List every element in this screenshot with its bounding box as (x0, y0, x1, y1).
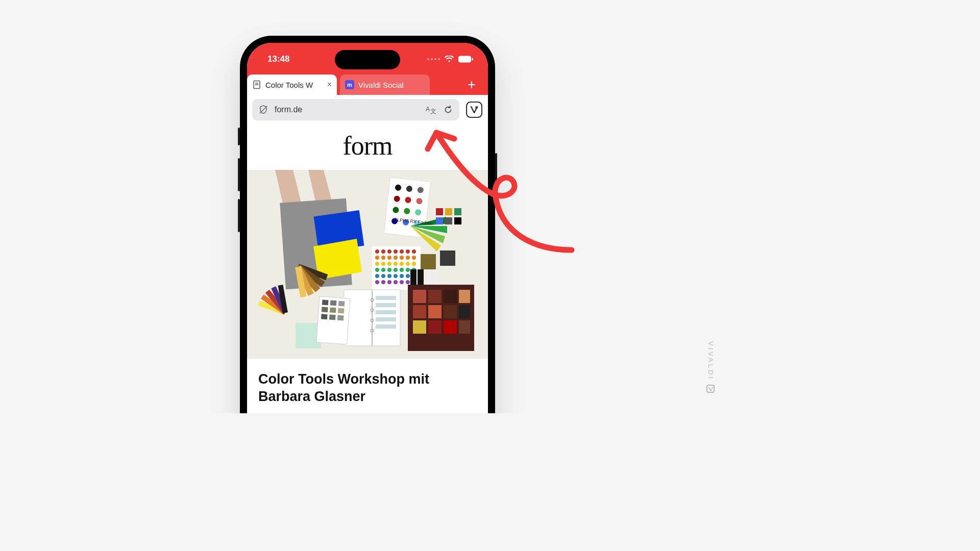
site-logo: form (247, 124, 488, 170)
svg-point-9 (475, 107, 478, 109)
svg-point-27 (375, 256, 379, 260)
svg-rect-84 (454, 217, 461, 224)
svg-point-46 (406, 268, 410, 272)
svg-rect-122 (428, 320, 442, 334)
svg-point-35 (381, 262, 385, 266)
tab-active-label: Color Tools W (265, 81, 323, 89)
toolbar: form.de A文 (247, 95, 488, 124)
tab-inactive[interactable]: m Vivaldi Social (340, 74, 430, 95)
svg-point-38 (400, 262, 404, 266)
svg-point-55 (375, 280, 379, 284)
status-icons (427, 56, 474, 63)
svg-point-31 (400, 256, 404, 260)
svg-rect-82 (436, 217, 443, 224)
phone-volume-up (238, 158, 240, 191)
url-text: form.de (275, 105, 420, 114)
svg-rect-91 (376, 296, 396, 300)
wifi-icon (444, 56, 454, 63)
vivaldi-logo-icon (706, 385, 715, 393)
svg-point-23 (394, 249, 398, 254)
svg-rect-121 (413, 320, 426, 334)
svg-rect-104 (330, 300, 337, 306)
svg-rect-0 (458, 56, 471, 63)
tab-active[interactable]: Color Tools W × (247, 74, 337, 95)
battery-icon (458, 56, 474, 63)
svg-rect-119 (444, 305, 457, 318)
svg-rect-108 (338, 308, 345, 314)
svg-rect-118 (428, 305, 442, 318)
phone-screen: 13:48 Color Tools W × (247, 43, 488, 413)
svg-point-33 (412, 256, 416, 260)
svg-point-49 (381, 274, 385, 278)
svg-rect-126 (440, 251, 455, 266)
svg-text:文: 文 (430, 108, 436, 115)
svg-rect-113 (413, 290, 426, 303)
svg-point-37 (394, 262, 398, 266)
svg-rect-1 (472, 58, 474, 61)
new-tab-button[interactable]: + (461, 77, 482, 95)
svg-point-28 (381, 256, 385, 260)
svg-rect-110 (329, 314, 336, 320)
shield-icon[interactable] (258, 105, 268, 115)
svg-point-48 (375, 274, 379, 278)
svg-rect-92 (376, 303, 396, 307)
phone-mute-switch (238, 128, 240, 145)
dynamic-island (335, 50, 400, 69)
svg-rect-93 (376, 310, 396, 314)
svg-rect-107 (330, 307, 336, 313)
svg-rect-95 (376, 324, 396, 329)
phone-frame: 13:48 Color Tools W × (240, 36, 495, 413)
svg-point-52 (400, 274, 404, 278)
svg-rect-129 (426, 269, 432, 285)
svg-rect-80 (445, 208, 452, 215)
svg-point-36 (387, 262, 391, 266)
svg-rect-130 (433, 269, 439, 285)
svg-point-57 (387, 280, 391, 284)
page-icon (252, 80, 261, 89)
svg-point-20 (375, 249, 379, 254)
svg-rect-103 (322, 299, 329, 305)
svg-point-39 (406, 262, 410, 266)
svg-point-56 (381, 280, 385, 284)
tab-inactive-label: Vivaldi Social (358, 81, 425, 89)
svg-rect-114 (428, 290, 442, 303)
svg-rect-120 (459, 305, 470, 318)
tab-close-button[interactable]: × (327, 81, 332, 89)
svg-rect-125 (421, 254, 436, 269)
svg-point-41 (375, 268, 379, 272)
svg-rect-128 (418, 269, 424, 285)
translate-icon[interactable]: A文 (426, 105, 437, 115)
mastodon-icon: m (345, 80, 354, 89)
svg-rect-83 (445, 217, 452, 224)
phone-volume-down (238, 199, 240, 232)
svg-point-29 (387, 256, 391, 260)
tab-strip: Color Tools W × m Vivaldi Social + (247, 71, 488, 95)
svg-rect-123 (444, 320, 457, 334)
svg-point-43 (387, 268, 391, 272)
article-hero-image: ALPHA RX Farben (247, 170, 488, 359)
svg-rect-111 (337, 315, 344, 321)
webpage-content[interactable]: form (247, 124, 488, 413)
svg-rect-81 (454, 208, 461, 215)
svg-point-40 (412, 262, 416, 266)
svg-point-24 (400, 249, 404, 254)
svg-text:A: A (426, 106, 430, 113)
svg-rect-116 (459, 290, 470, 303)
svg-rect-105 (338, 301, 345, 307)
article-title: Color Tools Workshop mit Barbara Glasner (247, 359, 488, 411)
svg-point-22 (387, 249, 391, 254)
svg-point-21 (381, 249, 385, 254)
svg-rect-109 (321, 314, 328, 319)
svg-point-60 (406, 280, 410, 284)
svg-rect-117 (413, 305, 426, 318)
svg-point-26 (412, 249, 416, 254)
reload-icon[interactable] (443, 105, 453, 115)
vivaldi-menu-button[interactable] (465, 101, 483, 118)
svg-rect-94 (376, 317, 396, 321)
svg-point-58 (394, 280, 398, 284)
svg-point-42 (381, 268, 385, 272)
svg-rect-115 (444, 290, 457, 303)
address-bar[interactable]: form.de A文 (252, 99, 459, 120)
svg-rect-127 (410, 269, 416, 285)
svg-rect-106 (322, 307, 328, 312)
